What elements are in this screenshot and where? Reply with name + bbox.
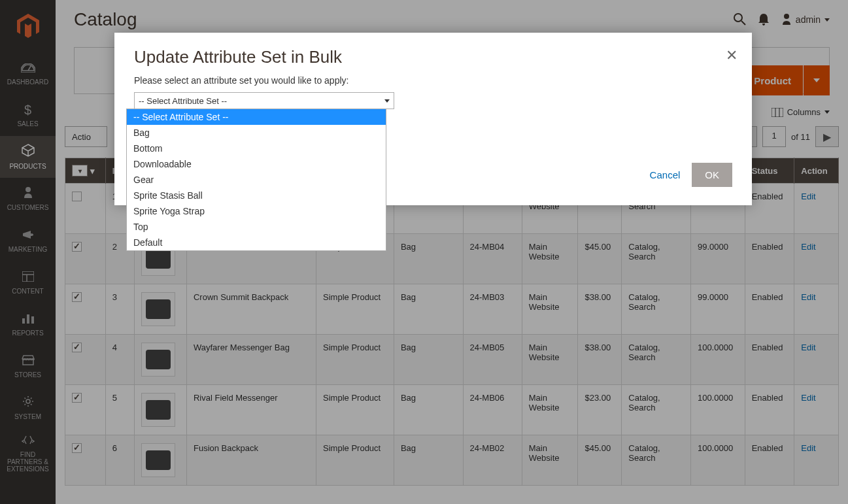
select-option[interactable]: Default [127, 235, 386, 250]
modal-title: Update Attribute Set in Bulk [134, 47, 732, 67]
close-icon[interactable]: ✕ [726, 47, 738, 64]
select-option[interactable]: Downloadable [127, 156, 386, 172]
cancel-button[interactable]: Cancel [650, 169, 681, 180]
ok-button[interactable]: OK [692, 163, 732, 187]
attribute-set-select[interactable]: -- Select Attribute Set -- [134, 92, 394, 109]
select-option[interactable]: Top [127, 219, 386, 235]
modal-description: Please select an attribute set you would… [134, 75, 732, 86]
select-value: -- Select Attribute Set -- [139, 96, 227, 106]
select-dropdown[interactable]: -- Select Attribute Set --BagBottomDownl… [126, 109, 386, 251]
select-option[interactable]: Bottom [127, 141, 386, 156]
select-option[interactable]: Sprite Yoga Strap [127, 203, 386, 219]
chevron-down-icon [384, 99, 390, 103]
select-option[interactable]: Gear [127, 172, 386, 188]
select-option[interactable]: Bag [127, 125, 386, 141]
select-option[interactable]: Sprite Stasis Ball [127, 188, 386, 203]
select-option[interactable]: -- Select Attribute Set -- [127, 109, 386, 125]
